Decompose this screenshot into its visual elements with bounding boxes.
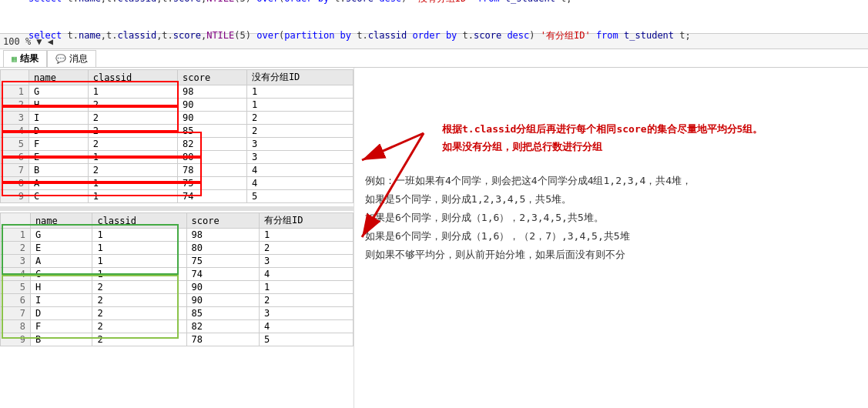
table-row: 7B2784 xyxy=(1,164,354,177)
table-row: 5H2901 xyxy=(1,281,354,294)
table-row: 8F2824 xyxy=(1,320,354,333)
table-row: 1G1981 xyxy=(1,229,354,242)
note2-line5: 则如果不够平均分，则从前开始分堆，如果后面没有则不分 xyxy=(365,246,857,264)
sql-line-1: select t.name,t.classid,t.score,NTILE(5)… xyxy=(6,0,862,17)
table2-wrapper: name classid score 有分组ID 1G19812E18023A1… xyxy=(0,211,354,349)
note2-line3: 如果是6个同学，则分成（1,6），2,3,4,5,共5堆。 xyxy=(365,209,857,227)
note1-line1: 根据t.classid分组后再进行每个相同score的集合尽量地平均分5组。 xyxy=(442,120,857,138)
note2-line2: 如果是5个同学，则分成1,2,3,4,5，共5堆。 xyxy=(365,190,857,209)
tab-result[interactable]: ▦ 结果 xyxy=(3,50,47,67)
table-row: 5F2823 xyxy=(1,138,354,151)
note2-line4: 如果是6个同学，则分成（1,6），（2，7）,3,4,5,共5堆 xyxy=(365,227,857,246)
tab-message[interactable]: 💬 消息 xyxy=(47,50,96,67)
sql-line-2: select t.name,t.classid,t.score,NTILE(5)… xyxy=(6,17,862,54)
top-bar: select t.name,t.classid,t.score,NTILE(5)… xyxy=(0,0,868,34)
table-row: 2H2901 xyxy=(1,99,354,112)
result-table-1: name classid score 没有分组ID 1G19812H29013I… xyxy=(0,69,354,203)
table-icon: ▦ xyxy=(12,54,17,64)
table-row: 9C1745 xyxy=(1,190,354,203)
left-panel: name classid score 没有分组ID 1G19812H29013I… xyxy=(0,68,354,408)
table-row: 2E1802 xyxy=(1,242,354,255)
table2-header: name classid score 有分组ID xyxy=(1,213,354,229)
table-row: 9B2785 xyxy=(1,333,354,346)
right-panel: 根据t.classid分组后再进行每个相同score的集合尽量地平均分5组。 如… xyxy=(354,68,868,408)
table1-header: name classid score 没有分组ID xyxy=(1,70,354,85)
table-row: 6E1803 xyxy=(1,151,354,164)
note1-line2: 如果没有分组，则把总行数进行分组 xyxy=(442,138,857,156)
result-table-2: name classid score 有分组ID 1G19812E18023A1… xyxy=(0,212,354,346)
table-row: 4D2852 xyxy=(1,125,354,138)
table1-wrapper: name classid score 没有分组ID 1G19812H29013I… xyxy=(0,68,354,206)
table-row: 3I2902 xyxy=(1,112,354,125)
note2-line1: 例如：一班如果有4个同学，则会把这4个同学分成4组1,2,3,4，共4堆， xyxy=(365,172,857,190)
table-row: 4C1744 xyxy=(1,268,354,281)
table-row: 6I2902 xyxy=(1,294,354,307)
main-content: name classid score 没有分组ID 1G19812H29013I… xyxy=(0,68,868,408)
note1: 根据t.classid分组后再进行每个相同score的集合尽量地平均分5组。 如… xyxy=(442,120,857,156)
table-row: 1G1981 xyxy=(1,85,354,99)
svg-line-1 xyxy=(362,133,424,160)
table-row: 7D2853 xyxy=(1,307,354,320)
table-row: 8A1754 xyxy=(1,177,354,190)
message-icon: 💬 xyxy=(55,54,66,64)
zoom-level[interactable]: 100 % ▼ ◀ xyxy=(3,36,53,47)
table-row: 3A1753 xyxy=(1,255,354,268)
note2: 例如：一班如果有4个同学，则会把这4个同学分成4组1,2,3,4，共4堆， 如果… xyxy=(365,172,857,264)
